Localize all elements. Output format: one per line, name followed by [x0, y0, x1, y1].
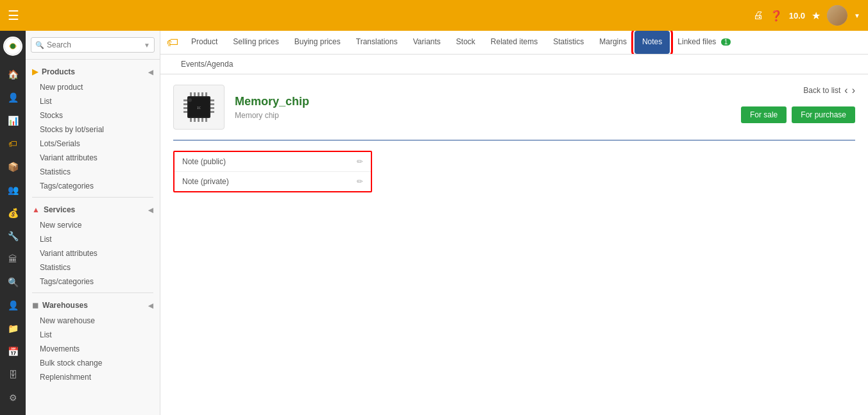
services-section-label: Services: [44, 205, 75, 214]
sidebar-database-icon[interactable]: 🗄: [3, 364, 23, 385]
products-section-icon: ▶: [32, 67, 38, 76]
tab-notes[interactable]: Notes: [634, 31, 670, 54]
svg-point-1: [10, 44, 15, 49]
products-collapse-arrow[interactable]: ◀: [148, 69, 153, 76]
product-text-info: Memory_chip Memory chip: [235, 95, 309, 120]
avatar[interactable]: [827, 5, 847, 26]
nav-variant-attributes[interactable]: Variant attributes: [26, 151, 160, 165]
tab-statistics[interactable]: Statistics: [545, 31, 591, 54]
svg-rect-13: [194, 92, 196, 96]
version-label: 10.0: [789, 11, 805, 21]
back-to-list-label[interactable]: Back to list: [803, 86, 840, 95]
note-private-row: Note (private) ✏: [174, 172, 371, 191]
app-logo: [3, 36, 23, 56]
sidebar-calendar-icon[interactable]: 📅: [3, 341, 23, 362]
hamburger-icon[interactable]: ☰: [8, 8, 19, 23]
nav-products-statistics[interactable]: Statistics: [26, 165, 160, 179]
svg-rect-4: [183, 99, 187, 101]
svg-rect-18: [194, 118, 196, 122]
nav-movements[interactable]: Movements: [26, 342, 160, 356]
topbar-right: 🖨 ❓ 10.0 ★ ▼: [753, 5, 860, 26]
nav-bulk-stock-change[interactable]: Bulk stock change: [26, 356, 160, 370]
search-dropdown-arrow[interactable]: ▼: [144, 42, 150, 49]
nav-services-statistics[interactable]: Statistics: [26, 260, 160, 275]
nav-replenishment[interactable]: Replenishment: [26, 370, 160, 384]
nav-stocks-lot-serial[interactable]: Stocks by lot/serial: [26, 123, 160, 137]
tab-buying-prices[interactable]: Buying prices: [287, 31, 348, 54]
nav-new-product[interactable]: New product: [26, 80, 160, 94]
sidebar-chart-icon[interactable]: 📊: [3, 110, 23, 131]
nav-products-list[interactable]: List: [26, 94, 160, 108]
sidebar-tools-icon[interactable]: 🔧: [3, 226, 23, 246]
warehouses-section-label: Warehouses: [42, 301, 88, 310]
services-collapse-arrow[interactable]: ◀: [148, 207, 153, 214]
star-icon[interactable]: ★: [812, 10, 821, 22]
sidebar-person-icon[interactable]: 👤: [3, 87, 23, 108]
search-input[interactable]: [47, 40, 144, 49]
sidebar-person2-icon[interactable]: 👤: [3, 295, 23, 316]
svg-text:IC: IC: [197, 106, 201, 110]
sub-tab-events-agenda[interactable]: Events/Agenda: [173, 55, 241, 74]
for-sale-button[interactable]: For sale: [741, 106, 787, 123]
note-public-edit-icon[interactable]: ✏: [357, 157, 363, 166]
nav-new-warehouse[interactable]: New warehouse: [26, 314, 160, 328]
avatar-image: [827, 5, 847, 26]
content-area: 🏷 Product Selling prices Buying prices T…: [160, 31, 868, 415]
warehouses-section-header: ◼ Warehouses ◀: [26, 297, 160, 314]
services-section-header: ▲ Services ◀: [26, 201, 160, 218]
search-input-wrap: 🔍 ▼: [31, 37, 155, 53]
tab-bar-icon: 🏷: [167, 36, 178, 49]
tab-margins[interactable]: Margins: [591, 31, 634, 54]
help-icon[interactable]: ❓: [770, 10, 783, 22]
main-layout: 🏠 👤 📊 🏷 📦 👥 💰 🔧 🏛 🔍 👤 📁 📅 🗄 ⚙ 🔍 ▼: [0, 31, 868, 415]
logo-circle: [3, 37, 22, 56]
tab-bar: 🏷 Product Selling prices Buying prices T…: [160, 31, 868, 55]
tab-translations[interactable]: Translations: [348, 31, 405, 54]
products-section-label: Products: [42, 67, 75, 76]
nav-next-arrow[interactable]: ›: [852, 85, 855, 96]
avatar-dropdown-arrow[interactable]: ▼: [854, 12, 860, 19]
product-subtitle: Memory chip: [235, 111, 309, 120]
svg-rect-14: [198, 92, 200, 96]
sidebar-home-icon[interactable]: 🏠: [3, 64, 23, 85]
warehouses-section: ◼ Warehouses ◀ New warehouse List Moveme…: [26, 293, 160, 388]
tab-stock[interactable]: Stock: [448, 31, 483, 54]
print-icon[interactable]: 🖨: [753, 10, 763, 21]
tab-product[interactable]: Product: [183, 31, 225, 54]
linked-files-badge: 1: [721, 38, 731, 46]
sidebar-settings-icon[interactable]: ⚙: [3, 387, 23, 408]
tab-variants[interactable]: Variants: [405, 31, 448, 54]
note-private-edit-icon[interactable]: ✏: [357, 177, 363, 186]
tab-selling-prices[interactable]: Selling prices: [225, 31, 286, 54]
nav-services-list[interactable]: List: [26, 232, 160, 246]
sidebar-users-icon[interactable]: 👥: [3, 180, 23, 200]
sidebar-package-icon[interactable]: 📦: [3, 157, 23, 177]
services-title-wrap: ▲ Services: [32, 205, 75, 214]
tab-related-items[interactable]: Related items: [483, 31, 545, 54]
svg-rect-8: [210, 99, 214, 101]
services-section: ▲ Services ◀ New service List Variant at…: [26, 198, 160, 292]
svg-rect-21: [205, 118, 207, 122]
nav-services-variant-attributes[interactable]: Variant attributes: [26, 246, 160, 260]
nav-new-service[interactable]: New service: [26, 218, 160, 232]
linked-files-label: Linked files: [677, 37, 716, 46]
nav-lots-serials[interactable]: Lots/Serials: [26, 137, 160, 151]
nav-prev-arrow[interactable]: ‹: [844, 85, 847, 96]
warehouses-collapse-arrow[interactable]: ◀: [148, 302, 153, 309]
sidebar-dollar-icon[interactable]: 💰: [3, 203, 23, 223]
product-name: Memory_chip: [235, 95, 309, 108]
nav-warehouses-list[interactable]: List: [26, 328, 160, 342]
sidebar-folder-icon[interactable]: 📁: [3, 318, 23, 339]
for-purchase-button[interactable]: For purchase: [792, 106, 855, 123]
sidebar-tag-icon[interactable]: 🏷: [3, 133, 23, 154]
back-to-list-wrap: Back to list ‹ ›: [803, 85, 855, 96]
product-actions: Back to list ‹ › For sale For purchase: [741, 85, 855, 123]
nav-services-tags-categories[interactable]: Tags/categories: [26, 275, 160, 289]
svg-rect-9: [210, 103, 214, 105]
tab-linked-files[interactable]: Linked files 1: [670, 31, 738, 54]
sidebar-building-icon[interactable]: 🏛: [3, 249, 23, 269]
nav-tags-categories[interactable]: Tags/categories: [26, 179, 160, 193]
services-section-icon: ▲: [32, 205, 40, 214]
nav-stocks[interactable]: Stocks: [26, 108, 160, 123]
sidebar-search-icon[interactable]: 🔍: [3, 272, 23, 292]
